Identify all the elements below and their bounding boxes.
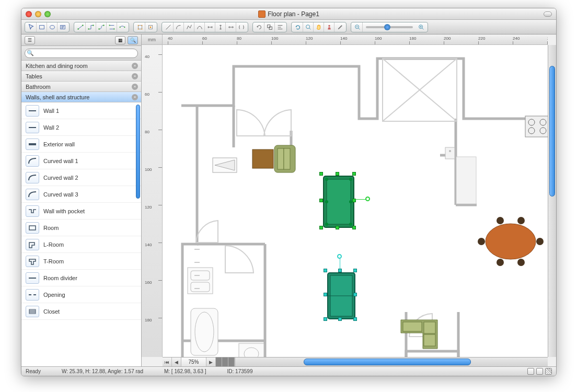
statusbar: Ready W: 25.39, H: 12.88, Angle: 1.57 ra…: [21, 366, 556, 376]
sidebar-tab-grid[interactable]: ▦: [115, 36, 125, 44]
sidebar-tab-search[interactable]: 🔍: [128, 36, 138, 44]
stencil-sidebar: ☰ ▦ 🔍 🔍 Kitchen and dining room×Tables×B…: [21, 34, 142, 366]
arc-tool[interactable]: [174, 22, 184, 32]
rotate-tool[interactable]: [254, 22, 264, 32]
collapse-icon: ×: [132, 84, 138, 90]
svg-rect-57: [403, 322, 422, 331]
stencil-item[interactable]: Exterior wall: [21, 136, 141, 153]
category-1[interactable]: Tables×: [21, 71, 141, 82]
svg-line-23: [166, 25, 170, 29]
zoom-in-button[interactable]: [416, 22, 426, 32]
group-tool[interactable]: [264, 22, 275, 32]
svg-point-12: [109, 25, 110, 26]
hv-tool[interactable]: [205, 22, 215, 32]
stencil-item[interactable]: Curved wall 1: [21, 153, 141, 169]
zoom-out-button[interactable]: [352, 22, 363, 32]
pointer-tool[interactable]: [26, 22, 37, 32]
toolbar-group-transform: [252, 22, 287, 32]
dim-tool[interactable]: [226, 22, 236, 32]
ruler-unit: mm: [142, 34, 163, 45]
ruler-vertical[interactable]: 406080100120140160180: [142, 45, 163, 357]
toolbar-group-snap: [133, 22, 157, 32]
connector-4[interactable]: [107, 22, 117, 32]
tv-shape: [213, 158, 237, 172]
rect-tool[interactable]: [37, 22, 47, 32]
svg-point-68: [497, 217, 504, 224]
vertical-scrollbar[interactable]: [548, 45, 556, 357]
page-next-button[interactable]: ▶: [206, 358, 216, 366]
category-3[interactable]: Walls, shell and structure×: [21, 92, 141, 102]
selection-handles-2[interactable]: [326, 271, 355, 319]
zoom-slider[interactable]: [366, 26, 413, 28]
tshape-icon: [26, 256, 39, 267]
stencil-item[interactable]: Room divider: [21, 270, 141, 286]
bezier-tool[interactable]: [194, 22, 205, 32]
connector-5[interactable]: [117, 22, 128, 32]
canvas-area: mm 406080100120140160180200220240260 406…: [142, 34, 556, 366]
stencil-item[interactable]: Curved wall 2: [21, 169, 141, 186]
svg-rect-25: [269, 27, 272, 29]
hand-tool[interactable]: [314, 22, 324, 32]
search-input[interactable]: [25, 49, 138, 58]
stencil-list[interactable]: Wall 1Wall 2Exterior wallCurved wall 1Cu…: [21, 102, 141, 366]
vanity-shape: [239, 343, 264, 357]
svg-point-71: [517, 259, 525, 266]
connector-3[interactable]: [96, 22, 107, 32]
snap-2[interactable]: [145, 22, 156, 32]
category-label: Walls, shell and structure: [26, 94, 89, 100]
stencil-item[interactable]: Wall with pocket: [21, 203, 141, 220]
snap-1[interactable]: [135, 22, 145, 32]
align-tool[interactable]: [275, 22, 285, 32]
opening-icon: [26, 289, 39, 301]
status-icon-2[interactable]: [536, 368, 543, 375]
poly-tool[interactable]: [184, 22, 194, 32]
zoom-value[interactable]: 75%: [181, 358, 206, 366]
ruler-horizontal[interactable]: 406080100120140160180200220240260: [163, 34, 548, 45]
connector-2[interactable]: [86, 22, 96, 32]
svg-point-18: [141, 25, 142, 26]
category-2[interactable]: Bathroom×: [21, 82, 141, 92]
seat-tool[interactable]: [324, 22, 334, 32]
svg-point-67: [486, 224, 536, 259]
svg-rect-56: [284, 148, 290, 169]
selection-handles-1[interactable]: [321, 174, 354, 227]
svg-rect-24: [267, 25, 270, 27]
sofa-shape: [252, 145, 295, 172]
sidebar-scrollbar[interactable]: [136, 105, 140, 199]
category-0[interactable]: Kitchen and dining room×: [21, 61, 141, 71]
svg-point-7: [82, 25, 84, 26]
magnify-button[interactable]: [303, 22, 314, 32]
canvas-viewport[interactable]: [163, 45, 548, 357]
svg-point-73: [536, 238, 544, 245]
status-icon-1[interactable]: [527, 368, 534, 375]
refresh-button[interactable]: [293, 22, 303, 32]
page-tab-1[interactable]: [216, 358, 222, 366]
vh-tool[interactable]: [215, 22, 226, 32]
floorplan-drawing[interactable]: [166, 48, 548, 357]
stencil-item[interactable]: Closet: [21, 303, 141, 320]
horizontal-scrollbar[interactable]: ⏮ ◀ 75% ▶: [163, 357, 548, 366]
stencil-item[interactable]: Curved wall 3: [21, 186, 141, 203]
stencil-item[interactable]: T-Room: [21, 253, 141, 270]
page-tab-3[interactable]: [228, 358, 235, 366]
brace-tool[interactable]: [236, 22, 247, 32]
resize-grip[interactable]: [545, 368, 552, 375]
eyedropper-tool[interactable]: [334, 22, 345, 32]
stencil-label: Room: [43, 225, 59, 231]
zoom-slider-thumb[interactable]: [384, 24, 390, 30]
stencil-item[interactable]: L-Room: [21, 236, 141, 253]
page-prev-button[interactable]: ◀: [172, 358, 181, 366]
sidebar-tab-list[interactable]: ☰: [25, 36, 35, 44]
page-first-button[interactable]: ⏮: [163, 358, 172, 366]
stencil-item[interactable]: Opening: [21, 286, 141, 303]
stencil-item[interactable]: Wall 2: [21, 119, 141, 136]
stencil-item[interactable]: Wall 1: [21, 102, 141, 119]
page-tab-2[interactable]: [222, 358, 228, 366]
line-tool[interactable]: [163, 22, 174, 32]
connector-1[interactable]: [75, 22, 86, 32]
lshape-icon: [26, 239, 39, 250]
stencil-item[interactable]: Room: [21, 220, 141, 236]
ellipse-tool[interactable]: [47, 22, 57, 32]
svg-point-14: [119, 26, 120, 27]
text-tool[interactable]: [57, 22, 68, 32]
